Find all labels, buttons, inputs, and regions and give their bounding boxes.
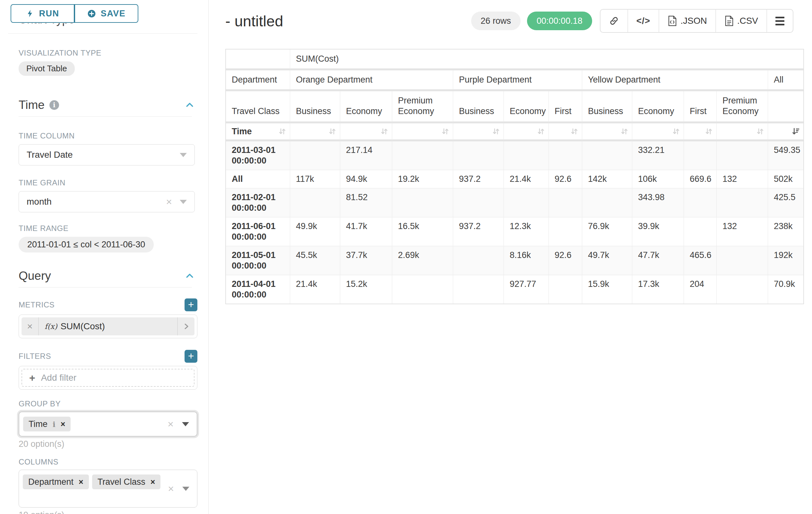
selected-option-pill[interactable]: Timei×: [23, 417, 70, 431]
sort-icon[interactable]: [492, 127, 500, 136]
sort-desc-icon[interactable]: [791, 127, 800, 136]
save-button[interactable]: SAVE: [75, 4, 138, 23]
pivot-cell: 8.16k: [504, 246, 549, 275]
pivot-cell: [717, 246, 768, 275]
sort-cell[interactable]: [290, 124, 340, 141]
time-grain-select[interactable]: month ×: [19, 191, 195, 212]
sort-cell[interactable]: [768, 124, 803, 141]
sort-icon[interactable]: [570, 127, 579, 136]
clear-icon[interactable]: ×: [168, 419, 174, 429]
sort-cell[interactable]: [684, 124, 717, 141]
pivot-cell: 21.4k: [290, 275, 340, 304]
sub-column-dimension-label: Travel Class: [226, 91, 290, 124]
selected-option-pill[interactable]: Department×: [23, 475, 89, 489]
sort-icon[interactable]: [278, 127, 287, 136]
chevron-down-icon[interactable]: [182, 422, 189, 426]
columns-label: COLUMNS: [19, 457, 58, 466]
pivot-cell: 17.3k: [632, 275, 684, 304]
run-button[interactable]: RUN: [10, 4, 75, 23]
pivot-cell: 132: [717, 217, 768, 246]
sort-icon[interactable]: [672, 127, 680, 136]
sort-icon[interactable]: [441, 127, 450, 136]
clear-icon[interactable]: ×: [168, 484, 174, 494]
sort-cell[interactable]: [717, 124, 768, 141]
embed-code-button[interactable]: </>: [628, 10, 659, 32]
remove-icon[interactable]: ×: [79, 478, 83, 486]
pivot-cell: [549, 275, 582, 304]
pivot-cell: [453, 141, 504, 170]
sort-cell[interactable]: [504, 124, 549, 141]
chevron-down-icon[interactable]: [180, 153, 187, 157]
chart-title[interactable]: - untitled: [225, 12, 283, 30]
chart-panel: - untitled 26 rows 00:00:00.18 </: [209, 0, 812, 514]
time-column-select[interactable]: Travel Date: [19, 144, 195, 165]
add-metric-button[interactable]: +: [184, 298, 197, 311]
sort-icon[interactable]: [328, 127, 337, 136]
sort-icon[interactable]: [380, 127, 389, 136]
add-filter-dropzone[interactable]: + Add filter: [22, 369, 195, 387]
expand-metric-icon[interactable]: [177, 317, 195, 335]
chevron-up-icon[interactable]: [185, 100, 195, 110]
visualization-type-value[interactable]: Pivot Table: [19, 61, 75, 76]
pivot-cell: [392, 141, 453, 170]
chevron-up-icon[interactable]: [185, 271, 195, 281]
explore-view: Chart Type RUN SAVE: [0, 0, 812, 514]
department-header-row: DepartmentOrange DepartmentPurple Depart…: [226, 70, 803, 91]
row-dimension-cell[interactable]: Time: [226, 124, 290, 141]
time-range-value[interactable]: 2011-01-01 ≤ col < 2011-06-30: [19, 237, 154, 252]
sort-cell[interactable]: [632, 124, 684, 141]
selected-option-pill[interactable]: Travel Class×: [92, 475, 161, 489]
columns-select[interactable]: Department×Travel Class× ×: [19, 470, 197, 508]
section-divider: [8, 33, 197, 34]
sort-icon[interactable]: [620, 127, 629, 136]
group-by-select[interactable]: Timei× ×: [19, 411, 197, 437]
sort-icon[interactable]: [756, 127, 764, 136]
chevron-down-icon[interactable]: [182, 487, 190, 491]
pivot-cell: 106k: [632, 170, 684, 189]
pivot-cell: 76.9k: [582, 217, 632, 246]
pivot-cell: 92.6: [549, 170, 582, 189]
metric-pill[interactable]: × f(x) SUM(Cost): [22, 317, 195, 335]
select-controls: ×: [168, 419, 189, 429]
share-link-button[interactable]: [601, 10, 628, 32]
pivot-cell: 465.6: [684, 246, 717, 275]
add-filter-button[interactable]: +: [184, 350, 197, 363]
export-toolbar: </> .JSON: [600, 9, 793, 33]
metric-body[interactable]: f(x) SUM(Cost): [39, 317, 177, 335]
pivot-table-head: SUM(Cost)DepartmentOrange DepartmentPurp…: [226, 50, 803, 141]
pivot-cell: 39.9k: [632, 217, 684, 246]
pivot-cell: [684, 189, 717, 217]
pivot-cell: [549, 141, 582, 170]
remove-metric-icon[interactable]: ×: [22, 317, 39, 335]
pivot-cell: [684, 217, 717, 246]
pivot-cell: 12.3k: [504, 217, 549, 246]
sort-cell[interactable]: [453, 124, 504, 141]
filters-label: FILTERS: [19, 352, 51, 361]
pivot-cell: 47.7k: [632, 246, 684, 275]
menu-button[interactable]: [766, 10, 793, 32]
query-section-header[interactable]: Query: [19, 269, 195, 283]
chevron-right-icon: [182, 323, 190, 330]
sort-cell[interactable]: [582, 124, 632, 141]
export-json-button[interactable]: .JSON: [659, 10, 715, 32]
embed-code-icon: </>: [636, 16, 650, 26]
pill-label: Time: [29, 419, 48, 429]
sort-icon[interactable]: [536, 127, 545, 136]
sort-icon[interactable]: [704, 127, 713, 136]
remove-icon[interactable]: ×: [61, 420, 65, 428]
travel-class-cell: Premium Economy: [392, 91, 453, 124]
sort-cell[interactable]: [340, 124, 392, 141]
sort-cell[interactable]: [549, 124, 582, 141]
metric-name: SUM(Cost): [60, 321, 105, 331]
clear-icon[interactable]: ×: [166, 197, 172, 207]
export-csv-button[interactable]: .CSV: [716, 10, 766, 32]
pivot-cell: 16.5k: [392, 217, 453, 246]
chevron-down-icon[interactable]: [180, 200, 187, 204]
travel-class-cell: [768, 91, 803, 124]
pivot-cell: 19.2k: [392, 170, 453, 189]
travel-class-header-row: Travel ClassBusinessEconomyPremium Econo…: [226, 91, 803, 124]
time-section-header[interactable]: Time i: [19, 98, 195, 112]
remove-icon[interactable]: ×: [150, 478, 155, 486]
pivot-cell: 343.98: [632, 189, 684, 217]
sort-cell[interactable]: [392, 124, 453, 141]
